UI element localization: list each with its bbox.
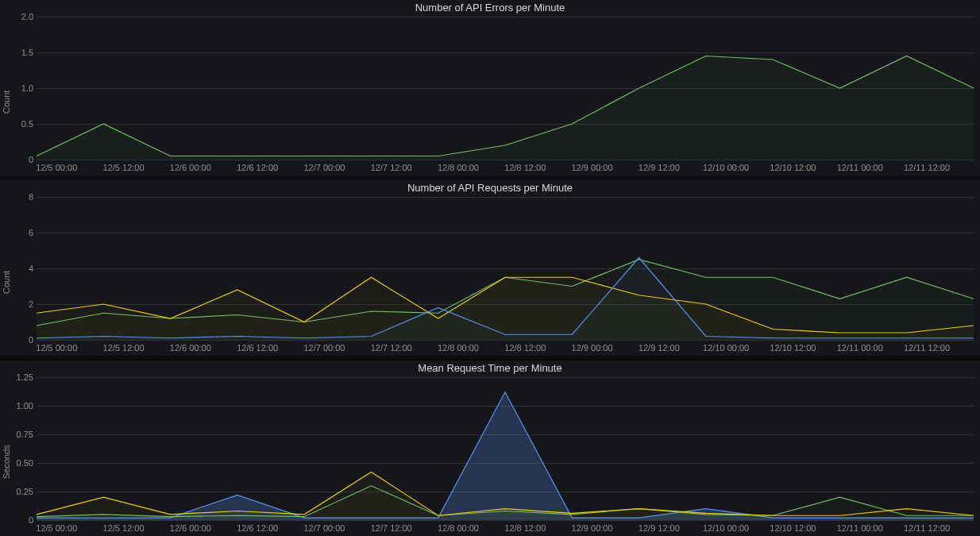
y-tick-label: 1.25 bbox=[17, 374, 33, 382]
plot-area[interactable]: Count00.51.01.52.012/5 00:0012/5 12:0012… bbox=[0, 13, 980, 175]
chart-canvas[interactable]: 00.51.01.52.012/5 00:0012/5 12:0012/6 00… bbox=[11, 13, 980, 175]
x-tick-label: 12/9 00:00 bbox=[572, 343, 613, 353]
x-tick-label: 12/6 00:00 bbox=[170, 163, 211, 172]
x-tick-label: 12/9 00:00 bbox=[572, 163, 613, 172]
y-tick-label: 4 bbox=[29, 264, 33, 273]
y-tick-label: 0 bbox=[29, 335, 33, 345]
panel-title: Number of API Errors per Minute bbox=[0, 0, 980, 13]
panel-title: Number of API Requests per Minute bbox=[0, 180, 980, 194]
x-tick-label: 12/6 12:00 bbox=[237, 163, 278, 172]
x-tick-label: 12/11 00:00 bbox=[837, 523, 883, 533]
chart-canvas[interactable]: 0246812/5 00:0012/5 12:0012/6 00:0012/6 … bbox=[11, 194, 980, 356]
x-tick-label: 12/5 12:00 bbox=[103, 343, 145, 353]
x-tick-label: 12/10 00:00 bbox=[703, 163, 749, 172]
x-tick-label: 12/10 00:00 bbox=[703, 343, 749, 353]
x-tick-label: 12/9 12:00 bbox=[639, 343, 680, 353]
y-tick-label: 0.25 bbox=[17, 487, 33, 496]
x-tick-label: 12/8 00:00 bbox=[438, 343, 479, 353]
chart-panel[interactable]: Number of API Errors per MinuteCount00.5… bbox=[0, 0, 980, 175]
x-tick-label: 12/10 12:00 bbox=[770, 163, 816, 172]
x-tick-label: 12/9 12:00 bbox=[639, 163, 680, 172]
x-tick-label: 12/6 12:00 bbox=[237, 343, 278, 353]
y-tick-label: 1.00 bbox=[17, 401, 33, 411]
x-tick-label: 12/7 00:00 bbox=[303, 523, 345, 533]
x-tick-label: 12/6 00:00 bbox=[170, 343, 211, 353]
x-tick-label: 12/9 00:00 bbox=[572, 523, 613, 533]
x-tick-label: 12/5 00:00 bbox=[36, 523, 77, 533]
x-tick-label: 12/11 12:00 bbox=[904, 523, 950, 533]
panel-title: Mean Request Time per Minute bbox=[0, 361, 980, 374]
x-tick-label: 12/11 12:00 bbox=[904, 343, 950, 353]
x-tick-label: 12/5 12:00 bbox=[103, 523, 145, 533]
x-tick-label: 12/11 12:00 bbox=[904, 163, 950, 172]
dashboard-panels: Number of API Errors per MinuteCount00.5… bbox=[0, 0, 980, 536]
y-tick-label: 6 bbox=[29, 228, 33, 237]
x-tick-label: 12/6 00:00 bbox=[170, 523, 211, 533]
x-tick-label: 12/5 00:00 bbox=[36, 343, 77, 353]
x-tick-label: 12/7 12:00 bbox=[371, 163, 412, 172]
x-tick-label: 12/7 00:00 bbox=[303, 163, 345, 172]
chart-panel[interactable]: Mean Request Time per MinuteSeconds00.25… bbox=[0, 361, 980, 536]
x-tick-label: 12/11 00:00 bbox=[837, 163, 883, 172]
x-tick-label: 12/7 00:00 bbox=[303, 343, 345, 353]
x-tick-label: 12/8 12:00 bbox=[504, 523, 546, 533]
x-tick-label: 12/10 12:00 bbox=[770, 343, 816, 353]
x-tick-label: 12/11 00:00 bbox=[837, 343, 883, 353]
y-axis-label: Seconds bbox=[0, 374, 11, 536]
x-tick-label: 12/5 12:00 bbox=[103, 163, 145, 172]
x-tick-label: 12/8 00:00 bbox=[438, 523, 479, 533]
chart-canvas[interactable]: 00.250.500.751.001.2512/5 00:0012/5 12:0… bbox=[11, 374, 980, 536]
y-tick-label: 2.0 bbox=[21, 13, 33, 21]
y-axis-label: Count bbox=[0, 13, 11, 175]
chart-panel[interactable]: Number of API Requests per MinuteCount02… bbox=[0, 180, 980, 356]
y-tick-label: 0 bbox=[29, 155, 33, 164]
x-tick-label: 12/10 12:00 bbox=[770, 523, 816, 533]
y-axis-label: Count bbox=[0, 194, 11, 356]
x-tick-label: 12/8 12:00 bbox=[504, 163, 546, 172]
x-tick-label: 12/7 12:00 bbox=[371, 343, 412, 353]
y-tick-label: 8 bbox=[29, 194, 33, 202]
y-tick-label: 1.5 bbox=[21, 48, 33, 57]
y-tick-label: 1.0 bbox=[21, 83, 33, 93]
y-tick-label: 0.75 bbox=[17, 430, 33, 439]
y-tick-label: 0.50 bbox=[17, 458, 33, 468]
x-tick-label: 12/7 12:00 bbox=[371, 523, 412, 533]
x-tick-label: 12/6 12:00 bbox=[237, 523, 278, 533]
y-tick-label: 0 bbox=[29, 515, 33, 525]
y-tick-label: 0.5 bbox=[21, 119, 33, 129]
x-tick-label: 12/8 12:00 bbox=[504, 343, 546, 353]
plot-area[interactable]: Seconds00.250.500.751.001.2512/5 00:0012… bbox=[0, 374, 980, 536]
plot-area[interactable]: Count0246812/5 00:0012/5 12:0012/6 00:00… bbox=[0, 194, 980, 356]
x-tick-label: 12/9 12:00 bbox=[639, 523, 680, 533]
x-tick-label: 12/10 00:00 bbox=[703, 523, 749, 533]
x-tick-label: 12/5 00:00 bbox=[36, 163, 77, 172]
x-tick-label: 12/8 00:00 bbox=[438, 163, 479, 172]
y-tick-label: 2 bbox=[29, 299, 33, 309]
